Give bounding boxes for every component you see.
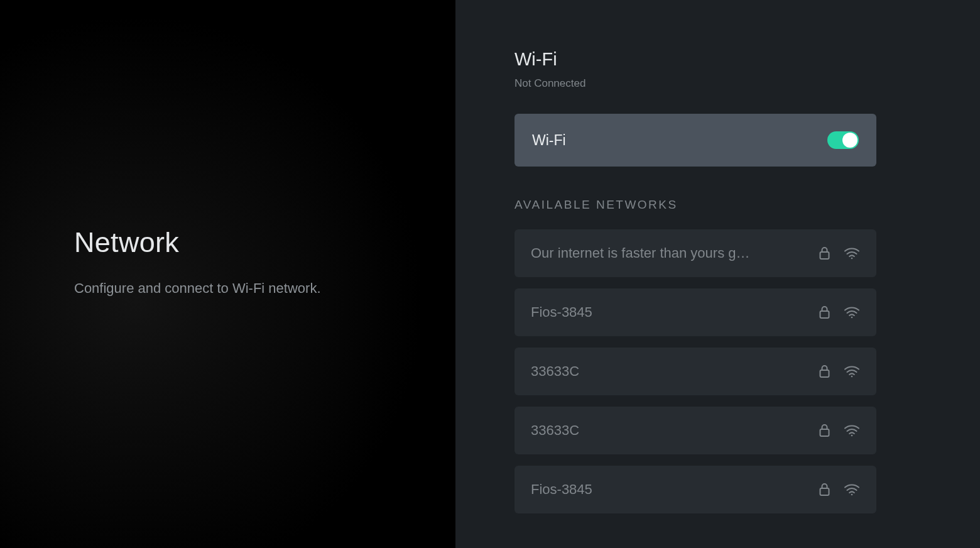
network-item[interactable]: Our internet is faster than yours g… — [514, 229, 876, 277]
section-available-networks: AVAILABLE NETWORKS — [514, 198, 876, 212]
network-ssid: 33633C — [531, 422, 819, 439]
svg-rect-8 — [820, 488, 829, 495]
network-ssid: Fios-3845 — [531, 481, 819, 498]
lock-icon — [819, 246, 830, 260]
wifi-icon — [844, 483, 860, 496]
wifi-status: Not Connected — [514, 77, 876, 90]
lock-icon — [819, 483, 830, 496]
svg-point-7 — [851, 435, 853, 437]
lock-icon — [819, 424, 830, 437]
wifi-icon — [844, 247, 860, 260]
page-subtitle: Configure and connect to Wi-Fi network. — [74, 280, 455, 297]
svg-point-5 — [851, 376, 853, 378]
lock-icon — [819, 305, 830, 319]
wifi-icon — [844, 424, 860, 437]
left-panel: Network Configure and connect to Wi-Fi n… — [0, 0, 455, 548]
lock-icon — [819, 364, 830, 378]
svg-rect-0 — [820, 252, 829, 259]
page-title: Network — [74, 226, 455, 259]
svg-rect-6 — [820, 429, 829, 436]
wifi-title: Wi-Fi — [514, 49, 876, 70]
network-ssid: Our internet is faster than yours g… — [531, 245, 819, 261]
network-item[interactable]: Fios-3845 — [514, 288, 876, 336]
network-ssid: 33633C — [531, 363, 819, 380]
network-item[interactable]: Fios-3845 — [514, 466, 876, 513]
network-item[interactable]: 33633C — [514, 348, 876, 395]
wifi-toggle-row[interactable]: Wi-Fi — [514, 114, 876, 167]
svg-rect-2 — [820, 311, 829, 318]
network-item[interactable]: 33633C — [514, 407, 876, 454]
wifi-icon — [844, 306, 860, 319]
wifi-toggle-label: Wi-Fi — [532, 132, 566, 149]
svg-point-3 — [851, 317, 853, 319]
wifi-icon — [844, 365, 860, 378]
svg-rect-4 — [820, 370, 829, 377]
right-panel: Wi-Fi Not Connected Wi-Fi AVAILABLE NETW… — [455, 0, 980, 548]
svg-point-9 — [851, 494, 853, 496]
wifi-toggle[interactable] — [827, 131, 859, 149]
network-ssid: Fios-3845 — [531, 304, 819, 321]
svg-point-1 — [851, 258, 853, 260]
